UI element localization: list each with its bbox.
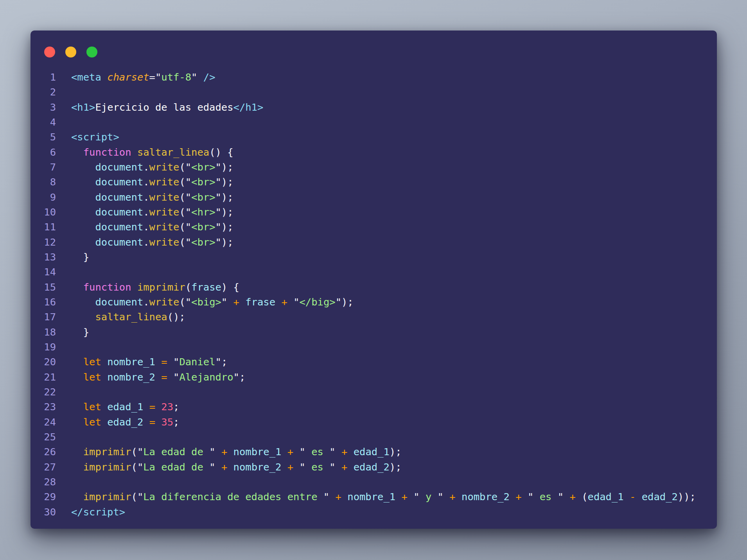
code-line-text: let edad_2 = 35; — [56, 415, 179, 429]
code-line: 2 — [31, 84, 717, 99]
line-number: 2 — [31, 84, 56, 99]
line-number: 22 — [31, 384, 56, 399]
code-line: 7 document.write("<br>"); — [31, 160, 717, 174]
close-window-icon[interactable] — [44, 47, 55, 57]
code-line-text: document.write("<br>"); — [56, 235, 233, 249]
line-number: 10 — [31, 205, 56, 219]
code-line-text: document.write("<hr>"); — [56, 205, 233, 219]
code-line: 27 imprimir("La edad de " + nombre_2 + "… — [31, 459, 717, 474]
code-line-text: let edad_1 = 23; — [56, 399, 179, 414]
code-line-text: document.write("<br>"); — [56, 160, 233, 174]
code-line: 10 document.write("<hr>"); — [31, 205, 717, 219]
code-line-text: let nombre_2 = "Alejandro"; — [56, 370, 245, 384]
minimize-window-icon[interactable] — [65, 47, 76, 57]
code-line-text: let nombre_1 = "Daniel"; — [56, 354, 227, 369]
line-number: 5 — [31, 129, 56, 144]
line-number: 1 — [31, 70, 56, 84]
line-number: 23 — [31, 399, 56, 414]
line-number: 6 — [31, 145, 56, 160]
code-line: 4 — [31, 115, 717, 129]
code-line-text: imprimir("La edad de " + nombre_2 + " es… — [56, 459, 402, 474]
code-line-text — [56, 115, 71, 129]
code-line-text: document.write("<br>"); — [56, 219, 233, 234]
code-line-text: </script> — [56, 504, 125, 519]
code-line-text — [56, 474, 71, 489]
code-line: 30</script> — [31, 504, 717, 519]
line-number: 18 — [31, 325, 56, 339]
line-number: 20 — [31, 354, 56, 369]
code-line-text: document.write("<br>"); — [56, 174, 233, 189]
line-number: 14 — [31, 264, 56, 279]
code-line: 3<h1>Ejercicio de las edades</h1> — [31, 100, 717, 115]
line-number: 19 — [31, 339, 56, 354]
code-line: 29 imprimir("La diferencia de edades ent… — [31, 489, 717, 504]
code-line: 24 let edad_2 = 35; — [31, 415, 717, 429]
code-line: 19 — [31, 339, 717, 354]
code-line: 11 document.write("<br>"); — [31, 219, 717, 234]
code-line: 23 let edad_1 = 23; — [31, 399, 717, 414]
line-number: 12 — [31, 235, 56, 249]
line-number: 21 — [31, 370, 56, 384]
code-line: 14 — [31, 264, 717, 279]
line-number: 16 — [31, 294, 56, 309]
code-line: 13 } — [31, 249, 717, 264]
code-line-text — [56, 264, 71, 279]
line-number: 29 — [31, 489, 56, 504]
line-number: 11 — [31, 219, 56, 234]
code-line: 21 let nombre_2 = "Alejandro"; — [31, 370, 717, 384]
line-number: 9 — [31, 190, 56, 205]
code-line: 6 function saltar_linea() { — [31, 145, 717, 160]
line-number: 24 — [31, 415, 56, 429]
code-line-text: } — [56, 325, 89, 339]
line-number: 28 — [31, 474, 56, 489]
code-line-text: <meta charset="utf-8" /> — [56, 70, 215, 84]
line-number: 13 — [31, 249, 56, 264]
line-number: 15 — [31, 280, 56, 294]
code-line: 9 document.write("<br>"); — [31, 190, 717, 205]
code-line: 8 document.write("<br>"); — [31, 174, 717, 189]
code-line: 17 saltar_linea(); — [31, 309, 717, 324]
code-line-text — [56, 429, 71, 444]
code-line-text — [56, 384, 71, 399]
line-number: 30 — [31, 504, 56, 519]
line-number: 17 — [31, 309, 56, 324]
code-line-text: } — [56, 249, 89, 264]
code-line: 26 imprimir("La edad de " + nombre_1 + "… — [31, 444, 717, 459]
zoom-window-icon[interactable] — [86, 47, 97, 57]
code-line-text: imprimir("La diferencia de edades entre … — [56, 489, 696, 504]
code-line-text: document.write("<big>" + frase + "</big>… — [56, 294, 354, 309]
code-line: 20 let nombre_1 = "Daniel"; — [31, 354, 717, 369]
code-line: 18 } — [31, 325, 717, 339]
code-line-text: <script> — [56, 129, 119, 144]
code-window: 1<meta charset="utf-8" />23<h1>Ejercicio… — [31, 31, 717, 529]
code-line-text — [56, 339, 71, 354]
line-number: 4 — [31, 115, 56, 129]
code-line: 1<meta charset="utf-8" /> — [31, 70, 717, 84]
line-number: 27 — [31, 459, 56, 474]
code-line: 12 document.write("<br>"); — [31, 235, 717, 249]
line-number: 25 — [31, 429, 56, 444]
line-number: 26 — [31, 444, 56, 459]
code-line-text: document.write("<br>"); — [56, 190, 233, 205]
line-number: 3 — [31, 100, 56, 115]
window-titlebar — [31, 31, 717, 57]
line-number: 7 — [31, 160, 56, 174]
code-line: 5<script> — [31, 129, 717, 144]
code-line: 16 document.write("<big>" + frase + "</b… — [31, 294, 717, 309]
code-editor: 1<meta charset="utf-8" />23<h1>Ejercicio… — [31, 70, 717, 519]
code-line-text: saltar_linea(); — [56, 309, 185, 324]
line-number: 8 — [31, 174, 56, 189]
code-lines: 1<meta charset="utf-8" />23<h1>Ejercicio… — [31, 70, 717, 519]
code-line: 28 — [31, 474, 717, 489]
code-line-text: <h1>Ejercicio de las edades</h1> — [56, 100, 263, 115]
page-background: 1<meta charset="utf-8" />23<h1>Ejercicio… — [0, 0, 747, 560]
code-line: 25 — [31, 429, 717, 444]
code-line-text — [56, 84, 71, 99]
code-line: 22 — [31, 384, 717, 399]
code-line-text: function saltar_linea() { — [56, 145, 233, 160]
code-line-text: imprimir("La edad de " + nombre_1 + " es… — [56, 444, 402, 459]
code-line: 15 function imprimir(frase) { — [31, 280, 717, 294]
code-line-text: function imprimir(frase) { — [56, 280, 239, 294]
